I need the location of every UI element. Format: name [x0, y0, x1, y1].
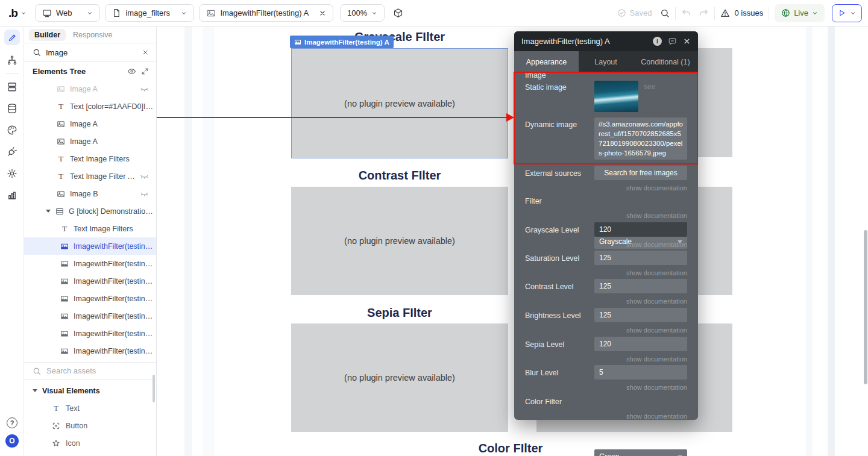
eye-icon[interactable] — [127, 67, 136, 76]
expand-tree-icon[interactable] — [141, 67, 149, 75]
tab-builder[interactable]: Builder — [29, 29, 66, 41]
support-badge-icon[interactable] — [0, 431, 24, 451]
plugin-element-sepia[interactable]: (no plugin preview available) — [291, 323, 508, 432]
tree-item-text-image-filters[interactable]: Text Image Filters — [24, 150, 156, 167]
show-documentation-link[interactable]: show documentation — [626, 298, 687, 305]
tree-item-image-a-2[interactable]: Image A — [24, 115, 156, 133]
show-documentation-link[interactable]: show documentation — [626, 326, 687, 334]
dynamic-image-input[interactable]: //s3.amazonaws.com/appforest_uf/f1570702… — [594, 117, 687, 160]
brightness-level-input[interactable]: 125 — [594, 308, 687, 322]
sepia-level-input[interactable]: 120 — [594, 337, 687, 351]
grayscale-level-input[interactable]: 120 — [594, 222, 687, 237]
eye-closed-icon[interactable] — [140, 172, 149, 181]
selected-element-tag[interactable]: ImagewithFilter(testing) A — [290, 36, 394, 48]
tree-item-image-a-3[interactable]: Image A — [24, 133, 156, 150]
image-icon — [57, 137, 65, 146]
tree-item-imagewithfilter-e[interactable]: ImagewithFilter(testing) E — [24, 307, 156, 325]
saturation-level-input[interactable]: 125 — [594, 251, 687, 265]
show-documentation-link[interactable]: show documentation — [626, 184, 687, 192]
tree-item-image-a-hidden[interactable]: Image A — [24, 80, 156, 98]
clear-search-icon[interactable] — [142, 49, 149, 56]
canvas[interactable] — [157, 27, 868, 456]
chevron-down-icon[interactable] — [20, 10, 27, 16]
tree-item-imagewithfilter-b[interactable]: ImagewithFilter(testing) B — [24, 255, 156, 272]
tab-responsive[interactable]: Responsive — [73, 31, 112, 39]
search-free-images-button[interactable]: Search for free images — [594, 166, 687, 180]
element-tab[interactable]: ImagewithFilter(testing) A — [199, 4, 333, 22]
bubble-logo-icon[interactable] — [8, 7, 17, 20]
elements-search-input[interactable] — [46, 48, 137, 57]
property-editor-header[interactable]: ImagewithFilter(testing) A — [514, 31, 698, 51]
eye-closed-icon[interactable] — [140, 84, 149, 93]
tree-item-label: ImagewithFilter(testing) B — [74, 260, 156, 268]
contrast-level-label: Contrast Level — [525, 283, 574, 291]
eye-closed-icon[interactable] — [140, 189, 149, 198]
property-editor-title: ImagewithFilter(testing) A — [521, 37, 647, 46]
platform-selector[interactable]: Web — [35, 4, 101, 22]
preview-button[interactable] — [832, 4, 862, 22]
zoom-selector[interactable]: 100% — [340, 4, 385, 22]
plugins-tab-icon[interactable] — [0, 142, 24, 161]
redo-icon[interactable] — [699, 8, 709, 18]
show-documentation-link[interactable]: show documentation — [626, 413, 687, 420]
tab-conditional[interactable]: Conditional (1) — [633, 51, 698, 72]
design-tab-icon[interactable] — [4, 30, 20, 45]
tab-appearance[interactable]: Appearance — [514, 51, 579, 72]
sitemap-icon — [7, 55, 17, 66]
tree-item-imagewithfilter-g[interactable]: ImagewithFilter(testing) G — [24, 342, 156, 360]
issues-indicator[interactable]: 0 issues — [720, 8, 763, 18]
settings-tab-icon[interactable] — [0, 164, 24, 183]
live-environment-selector[interactable]: Live — [775, 4, 825, 22]
palette-item-button[interactable]: Button — [24, 417, 156, 434]
show-documentation-link[interactable]: show documentation — [626, 384, 687, 391]
tree-item-text-color-image[interactable]: Text [color=#1AAFD0]Image — [24, 98, 156, 115]
chevron-down-icon — [812, 10, 818, 16]
visual-elements-header[interactable]: Visual Elements — [24, 382, 156, 399]
tree-item-image-b[interactable]: Image B — [24, 185, 156, 202]
show-documentation-link[interactable]: show documentation — [626, 355, 687, 363]
cube-icon[interactable] — [393, 8, 403, 18]
color-filter-dropdown[interactable]: Green — [594, 449, 687, 456]
info-icon[interactable] — [653, 37, 662, 46]
show-documentation-link[interactable]: show documentation — [626, 269, 687, 276]
tree-item-text-image-filters-2[interactable]: Text Image Filters — [24, 220, 156, 237]
sidebar-scrollbar[interactable] — [153, 375, 155, 402]
tree-item-text-image-filter-applier[interactable]: Text Image Filter Applier — [24, 167, 156, 185]
page-selector[interactable]: image_filters — [105, 4, 194, 22]
plugin-element-contrast[interactable]: (no plugin preview available) — [291, 187, 508, 295]
palette-item-link[interactable]: Link — [24, 452, 156, 456]
elements-panel: Builder Responsive Elements Tree Image A… — [24, 27, 157, 456]
components-tab-icon[interactable] — [0, 77, 24, 96]
tree-item-imagewithfilter-d[interactable]: ImagewithFilter(testing) D — [24, 290, 156, 307]
tree-item-group-demonstration[interactable]: G [block] Demonstration image ... — [24, 202, 156, 220]
tree-item-imagewithfilter-f[interactable]: ImagewithFilter(testing) F — [24, 325, 156, 342]
styles-tab-icon[interactable] — [0, 120, 24, 140]
undo-icon[interactable] — [681, 8, 691, 18]
close-icon[interactable] — [683, 37, 691, 45]
workflow-tab-icon[interactable] — [0, 51, 24, 70]
plugin-element-grayscale[interactable]: (no plugin preview available) — [291, 48, 508, 158]
data-tab-icon[interactable] — [0, 99, 24, 118]
collapse-triangle-icon[interactable] — [46, 210, 51, 213]
logs-tab-icon[interactable] — [0, 186, 24, 205]
show-documentation-link[interactable]: show documentation — [626, 241, 687, 248]
close-icon[interactable] — [319, 10, 326, 17]
palette-item-text[interactable]: Text — [24, 399, 156, 417]
palette-item-icon[interactable]: Icon — [24, 434, 156, 452]
blur-level-input[interactable]: 5 — [594, 365, 687, 379]
contrast-level-input[interactable]: 125 — [594, 279, 687, 293]
tree-item-imagewithfilter-a[interactable]: ImagewithFilter(testing) A — [24, 237, 156, 255]
dynamic-image-label: Dynamic image — [525, 120, 577, 129]
static-image-thumbnail[interactable] — [594, 81, 638, 112]
search-icon — [33, 48, 41, 57]
see-link[interactable]: see — [644, 83, 655, 91]
canvas-scrollbar[interactable] — [864, 230, 867, 384]
tree-item-imagewithfilter-c[interactable]: ImagewithFilter(testing) C — [24, 272, 156, 290]
help-icon[interactable] — [0, 413, 24, 433]
show-documentation-link[interactable]: show documentation — [626, 212, 687, 219]
comment-icon[interactable] — [668, 37, 677, 46]
top-toolbar: Web image_filters ImagewithFilter(testin… — [0, 0, 868, 27]
assets-search-input[interactable] — [46, 366, 148, 375]
tab-layout[interactable]: Layout — [579, 51, 633, 72]
search-icon[interactable] — [660, 8, 670, 18]
